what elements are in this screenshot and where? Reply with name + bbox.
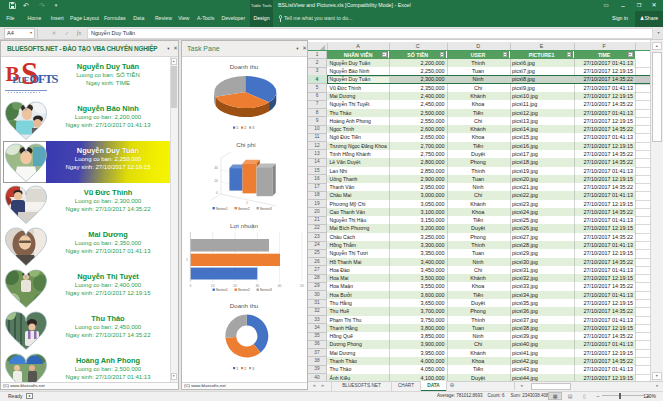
- svg-text:Series3: Series3: [260, 207, 272, 211]
- svg-text:2: 2: [244, 367, 246, 371]
- svg-text:Series2: Series2: [238, 288, 250, 292]
- svg-text:40: 40: [214, 166, 218, 170]
- svg-text:Series2: Series2: [238, 207, 250, 211]
- svg-text:1: 1: [236, 367, 238, 371]
- svg-text:Doanh thu: Doanh thu: [230, 63, 259, 70]
- svg-text:10: 10: [211, 284, 215, 288]
- svg-text:1: 1: [236, 126, 238, 130]
- svg-text:20: 20: [233, 284, 237, 288]
- svg-text:0: 0: [189, 284, 191, 288]
- svg-text:2: 2: [244, 126, 246, 130]
- svg-text:Series1: Series1: [216, 207, 228, 211]
- svg-text:1: 1: [246, 201, 248, 205]
- svg-text:50: 50: [300, 284, 304, 288]
- svg-text:Doanh thu: Doanh thu: [230, 302, 259, 309]
- svg-text:1: 1: [186, 258, 188, 262]
- svg-text:Lợi nhuận: Lợi nhuận: [230, 222, 258, 229]
- svg-text:3: 3: [252, 367, 254, 371]
- svg-text:Series3: Series3: [260, 288, 272, 292]
- svg-text:40: 40: [278, 284, 282, 288]
- svg-text:3: 3: [252, 126, 254, 130]
- svg-text:Series1: Series1: [216, 288, 228, 292]
- svg-text:0: 0: [216, 191, 218, 195]
- svg-text:20: 20: [214, 179, 218, 183]
- svg-text:Chi phí: Chi phí: [236, 141, 256, 148]
